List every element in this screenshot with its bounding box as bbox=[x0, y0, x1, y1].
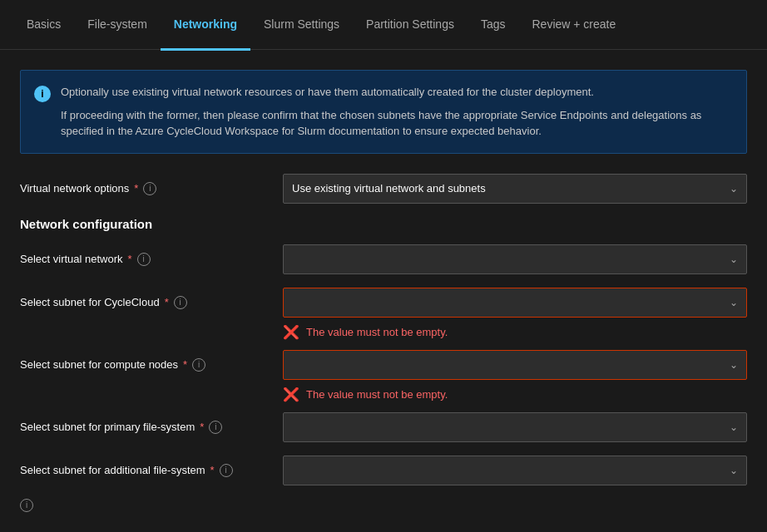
info-box-text: Optionally use existing virtual network … bbox=[61, 84, 733, 140]
select-subnet-cyclecloud-group: Select subnet for CycleCloud * i ⌄ ❌ The… bbox=[20, 288, 747, 340]
nav-item-partition-settings[interactable]: Partition Settings bbox=[353, 1, 468, 51]
select-subnet-cyclecloud-text: Select subnet for CycleCloud bbox=[20, 296, 160, 308]
select-subnet-additional-text: Select subnet for additional file-system bbox=[20, 464, 205, 476]
select-subnet-cyclecloud-row: Select subnet for CycleCloud * i ⌄ bbox=[20, 288, 747, 318]
virtual-network-options-dropdown[interactable]: Use existing virtual network and subnets… bbox=[283, 174, 747, 204]
select-virtual-network-chevron-icon: ⌄ bbox=[730, 254, 738, 265]
select-subnet-additional-row: Select subnet for additional file-system… bbox=[20, 456, 747, 485]
virtual-network-options-row: Virtual network options * i Use existing… bbox=[20, 174, 747, 204]
nav-item-review-create[interactable]: Review + create bbox=[519, 1, 630, 51]
select-subnet-primary-group: Select subnet for primary file-system * … bbox=[20, 412, 747, 442]
virtual-network-options-value: Use existing virtual network and subnets bbox=[292, 182, 486, 195]
info-box-line1: Optionally use existing virtual network … bbox=[61, 84, 733, 101]
select-subnet-additional-required: * bbox=[210, 464, 215, 476]
nav-item-slurm-settings[interactable]: Slurm Settings bbox=[250, 1, 353, 51]
network-configuration-heading: Network configuration bbox=[20, 217, 747, 231]
select-subnet-cyclecloud-dropdown[interactable]: ⌄ bbox=[283, 288, 747, 318]
virtual-network-options-required: * bbox=[134, 182, 138, 195]
virtual-network-options-chevron-icon: ⌄ bbox=[730, 183, 738, 195]
select-subnet-additional-value bbox=[292, 464, 295, 476]
select-subnet-compute-error-icon: ❌ bbox=[283, 387, 299, 402]
info-box-icon: i bbox=[34, 86, 51, 102]
select-subnet-cyclecloud-error-row: ❌ The value must not be empty. bbox=[20, 324, 747, 340]
select-virtual-network-text: Select virtual network bbox=[20, 253, 123, 265]
info-box-line2: If proceeding with the former, then plea… bbox=[61, 107, 733, 140]
select-subnet-primary-value bbox=[292, 421, 295, 433]
select-subnet-additional-chevron-icon: ⌄ bbox=[730, 465, 738, 476]
select-virtual-network-value bbox=[292, 253, 295, 265]
select-subnet-compute-required: * bbox=[183, 358, 187, 371]
nav-item-file-system[interactable]: File-system bbox=[74, 1, 161, 51]
nav-item-networking[interactable]: Networking bbox=[161, 1, 250, 51]
select-subnet-compute-error-text: The value must not be empty. bbox=[306, 388, 448, 401]
info-box: i Optionally use existing virtual networ… bbox=[20, 70, 747, 154]
select-subnet-compute-value bbox=[292, 358, 295, 371]
select-subnet-primary-info-icon[interactable]: i bbox=[209, 421, 222, 434]
select-virtual-network-info-icon[interactable]: i bbox=[137, 253, 151, 266]
select-subnet-compute-error-row: ❌ The value must not be empty. bbox=[20, 387, 747, 402]
select-subnet-compute-chevron-icon: ⌄ bbox=[730, 359, 738, 371]
select-subnet-primary-dropdown[interactable]: ⌄ bbox=[283, 412, 747, 442]
select-subnet-primary-label: Select subnet for primary file-system * … bbox=[20, 421, 270, 434]
select-subnet-cyclecloud-label: Select subnet for CycleCloud * i bbox=[20, 296, 270, 309]
select-virtual-network-row: Select virtual network * i ⌄ bbox=[20, 244, 747, 274]
select-subnet-cyclecloud-info-icon[interactable]: i bbox=[174, 296, 187, 309]
select-subnet-cyclecloud-chevron-icon: ⌄ bbox=[730, 297, 738, 308]
select-subnet-additional-dropdown[interactable]: ⌄ bbox=[283, 456, 747, 485]
select-subnet-primary-row: Select subnet for primary file-system * … bbox=[20, 412, 747, 442]
select-subnet-cyclecloud-value bbox=[292, 296, 295, 308]
select-subnet-additional-group: Select subnet for additional file-system… bbox=[20, 456, 747, 485]
select-virtual-network-label: Select virtual network * i bbox=[20, 253, 270, 266]
top-navigation: Basics File-system Networking Slurm Sett… bbox=[0, 0, 767, 50]
select-subnet-compute-group: Select subnet for compute nodes * i ⌄ ❌ … bbox=[20, 350, 747, 402]
select-subnet-primary-text: Select subnet for primary file-system bbox=[20, 421, 195, 433]
select-subnet-primary-required: * bbox=[200, 421, 204, 433]
nav-item-basics[interactable]: Basics bbox=[13, 1, 74, 51]
virtual-network-options-label: Virtual network options * i bbox=[20, 182, 270, 195]
select-subnet-additional-info-icon[interactable]: i bbox=[220, 464, 233, 477]
select-subnet-additional-label: Select subnet for additional file-system… bbox=[20, 464, 270, 477]
main-content: i Optionally use existing virtual networ… bbox=[0, 50, 767, 532]
select-subnet-cyclecloud-error-icon: ❌ bbox=[283, 324, 299, 340]
select-subnet-compute-label: Select subnet for compute nodes * i bbox=[20, 358, 270, 372]
select-virtual-network-group: Select virtual network * i ⌄ bbox=[20, 244, 747, 274]
virtual-network-options-info-icon[interactable]: i bbox=[143, 182, 156, 195]
nav-item-tags[interactable]: Tags bbox=[468, 1, 519, 51]
select-subnet-primary-chevron-icon: ⌄ bbox=[730, 421, 738, 433]
select-subnet-compute-row: Select subnet for compute nodes * i ⌄ bbox=[20, 350, 747, 380]
select-subnet-compute-info-icon[interactable]: i bbox=[192, 358, 205, 372]
footer-info: i bbox=[20, 499, 747, 512]
select-subnet-compute-text: Select subnet for compute nodes bbox=[20, 358, 178, 371]
select-subnet-cyclecloud-error-text: The value must not be empty. bbox=[306, 326, 448, 338]
select-subnet-cyclecloud-required: * bbox=[165, 296, 169, 308]
select-virtual-network-required: * bbox=[128, 253, 132, 265]
select-virtual-network-dropdown[interactable]: ⌄ bbox=[283, 244, 747, 274]
select-subnet-compute-dropdown[interactable]: ⌄ bbox=[283, 350, 747, 380]
virtual-network-options-text: Virtual network options bbox=[20, 182, 129, 195]
footer-info-icon[interactable]: i bbox=[20, 499, 33, 512]
